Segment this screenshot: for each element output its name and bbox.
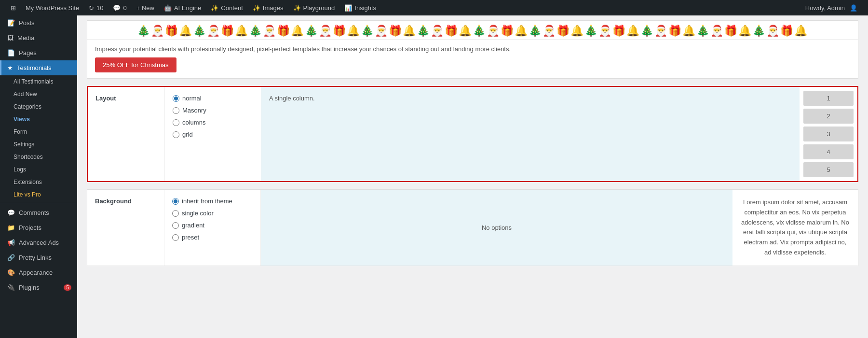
adminbar-site-icon[interactable]: ⊞ [6,0,21,15]
pages-icon: 📄 [7,49,15,56]
advanced-ads-label: Advanced Ads [19,239,59,246]
bg-option-preset-label: preset [182,234,199,241]
pages-label: Pages [19,49,37,56]
adminbar-howdy: Howdy, Admin [805,4,845,12]
content-icon: ✨ [211,4,218,12]
adminbar-insights[interactable]: 📊 Insights [339,0,381,15]
sidebar: 📝 Posts 🖼 Media 📄 Pages ★ Testimonials A… [0,15,77,338]
layout-option-columns-label: columns [182,119,205,126]
adminbar-new[interactable]: + New [132,0,159,15]
pretty-links-icon: 🔗 [7,254,15,261]
bg-option-single-color[interactable]: single color [172,210,253,217]
adminbar-content[interactable]: ✨ Content [206,0,248,15]
bg-option-single-color-label: single color [182,210,214,217]
sidebar-sub-lite-vs-pro[interactable]: Lite vs Pro [0,188,77,201]
insights-label: Insights [354,4,376,12]
layout-radio-masonry[interactable] [173,107,179,114]
layout-number-5[interactable]: 5 [803,162,854,177]
sidebar-sub-add-new[interactable]: Add New [0,88,77,100]
projects-label: Projects [19,224,41,231]
new-label: + New [136,4,154,12]
admin-bar: ⊞ My WordPress Site ↻ 10 💬 0 + New 🤖 AI … [0,0,868,15]
sidebar-sub-extensions[interactable]: Extensions [0,176,77,188]
sidebar-sub-all-testimonials[interactable]: All Testimonials [0,75,77,88]
sidebar-item-pages[interactable]: 📄 Pages [0,45,77,60]
sidebar-item-posts[interactable]: 📝 Posts [0,15,77,30]
adminbar-images[interactable]: ✨ Images [248,0,288,15]
adminbar-site-name[interactable]: My WordPress Site [21,0,84,15]
adminbar-site-name-label: My WordPress Site [26,4,79,12]
layout-option-normal[interactable]: normal [173,95,253,102]
playground-label: Playground [303,4,335,12]
layout-label: Layout [88,87,165,181]
media-label: Media [17,34,34,42]
comments-icon: 💬 [113,4,121,12]
bg-radio-gradient[interactable] [172,222,179,229]
updates-count: 10 [96,4,103,12]
sidebar-item-plugins[interactable]: 🔌 Plugins 5 [0,280,77,295]
bg-no-options: No options [261,190,732,266]
layout-radio-normal[interactable] [173,95,179,102]
sidebar-sub-settings[interactable]: Settings [0,138,77,151]
adminbar-updates[interactable]: ↻ 10 [84,0,108,15]
adminbar-playground[interactable]: ✨ Playground [288,0,340,15]
bg-option-gradient-label: gradient [182,222,204,229]
adminbar-ai-engine[interactable]: 🤖 AI Engine [159,0,206,15]
admin-avatar-icon: 👤 [850,4,857,12]
layout-option-normal-label: normal [182,95,202,102]
layout-radio-grid[interactable] [173,131,179,138]
sidebar-item-advanced-ads[interactable]: 📢 Advanced Ads [0,235,77,250]
sidebar-item-appearance[interactable]: 🎨 Appearance [0,265,77,280]
background-options: inherit from theme single color gradient… [164,190,261,266]
sidebar-item-projects[interactable]: 📁 Projects [0,220,77,235]
adminbar-comments[interactable]: 💬 0 [108,0,131,15]
sidebar-item-comments[interactable]: 💬 Comments [0,205,77,220]
layout-preview-text: A single column. [269,95,315,102]
advanced-ads-icon: 📢 [7,239,15,246]
bg-option-inherit[interactable]: inherit from theme [172,197,253,205]
images-icon: ✨ [253,4,260,12]
bg-radio-preset[interactable] [172,234,179,241]
christmas-decoration: 🎄🎅🎁🔔🎄🎅🎁🔔🎄🎅🎁🔔🎄🎅🎁🔔🎄🎅🎁🔔🎄🎅🎁🔔🎄🎅🎁🔔🎄🎅🎁🔔🎄🎅🎁🔔🎄🎅🎁🔔… [87,21,858,40]
bg-option-preset[interactable]: preset [172,234,253,241]
posts-label: Posts [19,19,35,27]
ai-engine-icon: 🤖 [164,4,172,12]
layout-number-4[interactable]: 4 [803,144,854,159]
sidebar-sub-shortcodes[interactable]: Shortcodes [0,151,77,163]
layout-option-masonry[interactable]: Masonry [173,107,253,114]
christmas-text: Impress your potential clients with prof… [95,45,850,53]
sidebar-item-testimonials[interactable]: ★ Testimonials [0,60,77,75]
layout-number-1[interactable]: 1 [803,91,854,106]
comments-count: 0 [123,4,126,12]
bg-lorem-text: Lorem ipsum dolor sit amet, accusam comp… [732,190,858,266]
sidebar-sub-form[interactable]: Form [0,126,77,138]
background-label: Background [87,190,164,266]
bg-radio-single-color[interactable] [172,210,179,217]
bg-radio-inherit[interactable] [172,198,179,205]
sidebar-sub-views[interactable]: Views [0,113,77,126]
images-label: Images [263,4,284,12]
layout-option-grid[interactable]: grid [173,131,253,138]
comments-menu-label: Comments [19,209,49,216]
layout-preview: A single column. [261,87,800,181]
layout-section: Layout normal Masonry columns [87,86,858,182]
sidebar-item-media[interactable]: 🖼 Media [0,30,77,45]
testimonials-icon: ★ [7,64,13,71]
sidebar-sub-logs[interactable]: Logs [0,163,77,176]
testimonials-label: Testimonials [17,64,52,71]
main-content: 🎄🎅🎁🔔🎄🎅🎁🔔🎄🎅🎁🔔🎄🎅🎁🔔🎄🎅🎁🔔🎄🎅🎁🔔🎄🎅🎁🔔🎄🎅🎁🔔🎄🎅🎁🔔🎄🎅🎁🔔… [77,15,868,338]
wp-logo-icon: ⊞ [11,4,16,12]
ai-engine-label: AI Engine [174,4,201,12]
bg-option-inherit-label: inherit from theme [182,197,232,205]
bg-option-gradient[interactable]: gradient [172,222,253,229]
christmas-button[interactable]: 25% OFF for Christmas [95,57,176,72]
layout-number-2[interactable]: 2 [803,109,854,124]
sidebar-sub-categories[interactable]: Categories [0,100,77,113]
comments-menu-icon: 💬 [7,209,15,216]
sidebar-divider-1 [0,203,77,203]
layout-number-3[interactable]: 3 [803,127,854,141]
layout-numbers: 1 2 3 4 5 [800,87,857,181]
sidebar-item-pretty-links[interactable]: 🔗 Pretty Links [0,250,77,265]
layout-radio-columns[interactable] [173,119,179,126]
layout-option-columns[interactable]: columns [173,119,253,126]
